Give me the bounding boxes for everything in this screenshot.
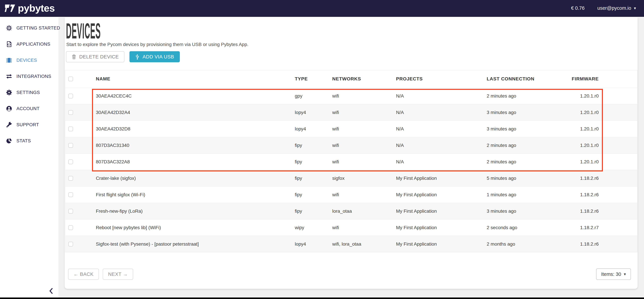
sidebar-item-account[interactable]: ACCOUNT: [0, 100, 58, 117]
account-menu[interactable]: user@pycom.io ▾: [597, 5, 636, 11]
cell-projects: N/A: [396, 126, 487, 132]
cell-projects: N/A: [396, 159, 487, 164]
delete-device-button[interactable]: DELETE DEVICE: [66, 51, 124, 62]
add-via-usb-button[interactable]: ADD VIA USB: [130, 51, 180, 62]
sidebar-item-label: ACCOUNT: [16, 106, 40, 111]
row-checkbox[interactable]: [68, 160, 73, 164]
row-checkbox[interactable]: [68, 143, 73, 148]
cell-projects: My First Application: [396, 208, 487, 214]
cell-type: fipy: [295, 192, 332, 198]
cell-last-connection: 3 minutes ago: [487, 126, 554, 132]
row-checkbox[interactable]: [68, 126, 73, 131]
cell-type: wipy: [295, 225, 332, 230]
cell-name: 807D3AC322A8: [96, 159, 295, 164]
sidebar-item-label: GETTING STARTED: [16, 26, 60, 31]
table-row[interactable]: 30AEA42D32D8lopy4wifiN/A3 minutes ago1.2…: [65, 120, 637, 137]
cell-type: fipy: [295, 208, 332, 214]
table-row[interactable]: 30AEA42D32A4lopy4wifiN/A3 minutes ago1.2…: [65, 104, 637, 120]
sidebar-item-devices[interactable]: DEVICES: [0, 52, 58, 68]
cell-projects: My First Application: [396, 242, 487, 247]
delete-device-label: DELETE DEVICE: [79, 54, 119, 60]
cell-name: 30AEA42D32D8: [96, 126, 295, 132]
arrows-exchange-icon: [6, 73, 12, 80]
column-header-networks[interactable]: NETWORKS: [332, 76, 396, 82]
row-checkbox[interactable]: [68, 225, 73, 230]
cell-name: 30AEA42D32A4: [96, 110, 295, 115]
row-checkbox[interactable]: [68, 110, 73, 115]
cell-firmware: 1.18.2.r6: [554, 192, 599, 198]
sidebar-item-label: DEVICES: [16, 58, 37, 63]
column-header-last-connection[interactable]: LAST CONNECTION: [487, 76, 554, 82]
cell-name: 807D3AC31340: [96, 143, 295, 148]
table-row[interactable]: Sigfox-test (with Pysense) - [pastoor pe…: [65, 236, 637, 252]
column-header-name[interactable]: NAME: [96, 76, 295, 82]
cell-firmware: 1.18.2.r6: [554, 208, 599, 214]
table-row[interactable]: Fresh-new-fipy (LoRa)fipylora_otaaMy Fir…: [65, 203, 637, 219]
back-button[interactable]: ← BACK: [68, 268, 99, 280]
device-table: NAME TYPE NETWORKS PROJECTS LAST CONNECT…: [65, 70, 638, 252]
pycom-logo-icon: [5, 4, 16, 13]
cell-last-connection: 2 minutes ago: [487, 159, 554, 164]
cell-firmware: 1.18.2.r6: [554, 176, 599, 181]
row-checkbox[interactable]: [68, 242, 73, 246]
cell-projects: My First Application: [396, 192, 487, 198]
sidebar-item-label: STATS: [16, 138, 31, 144]
cell-type: fipy: [295, 176, 332, 181]
pagination: ← BACK NEXT → Items: 30 ▾: [68, 268, 631, 280]
cell-networks: wifi: [332, 225, 396, 230]
cell-networks: wifi: [332, 93, 396, 99]
cell-projects: N/A: [396, 110, 487, 115]
page-subtitle: Start to explore the Pycom devices by pr…: [66, 42, 638, 47]
chip-icon: [6, 57, 12, 64]
table-row[interactable]: First flight sigfox (Wi-Fi)fipywifiMy Fi…: [65, 186, 637, 203]
column-header-projects[interactable]: PROJECTS: [396, 76, 487, 82]
file-code-icon: [6, 41, 12, 48]
cell-last-connection: 2 months ago: [487, 242, 554, 247]
cell-networks: wifi: [332, 143, 396, 148]
row-checkbox[interactable]: [68, 176, 73, 181]
items-per-page-dropdown[interactable]: Items: 30 ▾: [596, 268, 631, 280]
table-row[interactable]: 807D3AC31340fipywifiN/A2 minutes ago1.20…: [65, 137, 637, 154]
sidebar-item-getting-started[interactable]: GETTING STARTED: [0, 20, 58, 36]
sidebar-item-support[interactable]: SUPPORT: [0, 117, 58, 133]
cell-last-connection: 2 minutes ago: [487, 143, 554, 148]
cell-last-connection: 1 minutes ago: [487, 192, 554, 198]
table-row[interactable]: 807D3AC322A8fipywifiN/A2 minutes ago1.20…: [65, 154, 637, 170]
add-via-usb-label: ADD VIA USB: [142, 54, 174, 60]
cell-last-connection: 2 minutes ago: [487, 93, 554, 99]
cell-projects: N/A: [396, 143, 487, 148]
brand-logo[interactable]: pybytes: [5, 2, 55, 14]
sidebar-item-integrations[interactable]: INTEGRATIONS: [0, 68, 58, 84]
cell-type: lopy4: [295, 126, 332, 132]
sidebar-item-settings[interactable]: SETTINGS: [0, 84, 58, 100]
table-row[interactable]: Crater-lake (sigfox)fipysigfoxMy First A…: [65, 170, 637, 186]
cell-firmware: 1.18.2.r7: [554, 225, 599, 230]
cell-name: Sigfox-test (with Pysense) - [pastoor pe…: [96, 242, 295, 247]
row-checkbox[interactable]: [68, 209, 73, 214]
wrench-icon: [6, 122, 12, 128]
table-row[interactable]: Reboot [new pybytes lib] (WiFi)wipywifiM…: [65, 219, 637, 236]
pie-chart-icon: [6, 138, 12, 144]
account-email: user@pycom.io: [597, 5, 631, 11]
select-all-checkbox[interactable]: [68, 76, 73, 81]
table-row[interactable]: 30AEA42CEC4CgpywifiN/A2 minutes ago1.20.…: [65, 88, 637, 104]
column-header-type[interactable]: TYPE: [295, 76, 332, 82]
column-header-firmware[interactable]: FIRMWARE: [554, 76, 599, 82]
row-checkbox[interactable]: [68, 192, 73, 197]
cell-firmware: 1.20.1.r0: [554, 93, 599, 99]
brand-name: pybytes: [18, 2, 55, 14]
account-balance: € 0.76: [571, 5, 584, 11]
top-bar: pybytes € 0.76 user@pycom.io ▾: [0, 0, 644, 17]
cell-networks: wifi: [332, 159, 396, 164]
sidebar-item-label: SETTINGS: [16, 90, 40, 95]
cell-type: lopy4: [295, 242, 332, 247]
cell-type: gpy: [295, 93, 332, 99]
row-checkbox[interactable]: [68, 94, 73, 98]
items-per-page-label: Items: 30: [601, 272, 621, 277]
sidebar-item-applications[interactable]: APPLICATIONS: [0, 36, 58, 52]
sidebar-collapse-button[interactable]: [48, 287, 55, 295]
cell-last-connection: 3 minutes ago: [487, 208, 554, 214]
cell-networks: sigfox: [332, 176, 396, 181]
sidebar-item-stats[interactable]: STATS: [0, 133, 58, 149]
next-button[interactable]: NEXT →: [103, 268, 133, 280]
